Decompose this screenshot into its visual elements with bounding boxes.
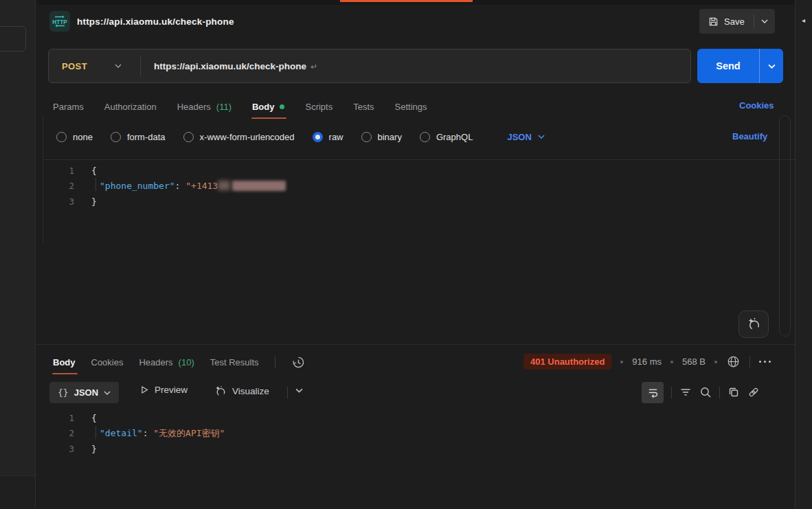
response-tab-cookies[interactable]: Cookies — [91, 357, 124, 367]
json-key: "detail" — [100, 428, 143, 438]
mode-graphql[interactable]: GraphQL — [420, 132, 473, 142]
enter-hint: ↵ — [311, 62, 317, 71]
response-tabs: Body Cookies Headers(10) Test Results — [53, 347, 306, 377]
response-format-select[interactable]: {} JSON — [49, 382, 119, 403]
request-title: https://api.xiaomu.uk/check-phone — [77, 16, 234, 27]
tools-divider — [719, 387, 720, 398]
code-line: 2 "phone_number": "+1413 — [43, 179, 736, 194]
send-options-chevron-icon[interactable] — [760, 49, 783, 83]
link-icon[interactable] — [747, 386, 760, 398]
tab-headers[interactable]: Headers(11) — [177, 102, 232, 112]
tab-scripts[interactable]: Scripts — [305, 102, 332, 112]
response-size[interactable]: 568 B — [682, 357, 706, 367]
method-select[interactable]: POST — [62, 61, 87, 71]
radio-graphql[interactable] — [420, 132, 430, 142]
response-tab-body[interactable]: Body — [53, 357, 76, 367]
wrap-text-button[interactable] — [642, 382, 664, 403]
json-value: "无效的API密钥" — [153, 428, 225, 438]
filter-icon[interactable] — [679, 386, 692, 398]
language-select[interactable]: JSON — [507, 132, 544, 142]
response-tab-test-results[interactable]: Test Results — [210, 357, 259, 367]
radio-form-data[interactable] — [111, 132, 121, 142]
code-line: 2 "detail": "无效的API密钥" — [43, 426, 736, 442]
radio-urlencoded[interactable] — [183, 132, 194, 142]
right-sidebar: ◂ — [795, 0, 812, 509]
more-options-icon[interactable] — [759, 361, 771, 363]
mode-raw[interactable]: raw — [313, 132, 343, 142]
headers-count-badge: (11) — [216, 102, 232, 112]
indent-guide — [95, 178, 96, 191]
tab-tests[interactable]: Tests — [353, 102, 374, 112]
editor-scrollbar[interactable] — [779, 115, 791, 337]
visualize-button[interactable]: Visualize — [214, 385, 269, 398]
postbot-button[interactable] — [738, 310, 769, 338]
format-chevron-icon — [104, 391, 111, 395]
meta-divider — [749, 356, 750, 367]
code-line: 1 { — [43, 410, 736, 426]
method-chevron-icon[interactable] — [115, 64, 122, 68]
save-button[interactable]: Save — [699, 9, 775, 34]
toolbar-chevron-icon[interactable] — [295, 388, 303, 393]
line-number: 2 — [43, 181, 74, 191]
code-line: 3 } — [43, 441, 736, 457]
mode-none[interactable]: none — [56, 132, 93, 142]
search-icon[interactable] — [699, 386, 712, 398]
active-tab-accent — [340, 0, 473, 2]
tab-params[interactable]: Params — [53, 102, 84, 112]
play-icon — [139, 385, 149, 395]
collapse-panel-icon[interactable]: ◂ — [802, 16, 805, 24]
redacted-phone-digits — [218, 181, 230, 190]
save-label: Save — [724, 16, 745, 27]
body-mode-row: none form-data x-www-form-urlencoded raw… — [56, 127, 545, 146]
response-tab-headers[interactable]: Headers(10) — [139, 357, 194, 367]
response-body-viewer[interactable]: 1 { 2 "detail": "无效的API密钥" 3 } — [43, 410, 736, 457]
response-history-icon[interactable] — [291, 355, 306, 370]
mode-form-data[interactable]: form-data — [111, 132, 166, 142]
request-tabs: Params Authorization Headers(11) Body Sc… — [53, 93, 427, 120]
line-number: 1 — [43, 166, 74, 176]
visualize-sparkle-icon — [214, 385, 227, 398]
url-input[interactable]: https://api.xiaomu.uk/check-phone↵ — [154, 61, 317, 71]
tab-authorization[interactable]: Authorization — [104, 102, 157, 112]
request-body-editor[interactable]: 1 { 2 "phone_number": "+1413 3 } — [43, 163, 736, 210]
response-time[interactable]: 916 ms — [632, 357, 662, 367]
postbot-sparkle-icon — [746, 317, 761, 332]
tools-divider — [671, 387, 672, 398]
url-bar: POST https://api.xiaomu.uk/check-phone↵ — [48, 49, 691, 83]
status-badge[interactable]: 401 Unauthorized — [523, 354, 611, 370]
save-options-chevron-icon[interactable] — [754, 9, 775, 34]
cookies-link[interactable]: Cookies — [739, 100, 774, 111]
radio-raw-selected[interactable] — [313, 132, 323, 142]
indent-guide — [95, 426, 96, 439]
language-chevron-icon — [538, 135, 545, 139]
sidebar-collection-stub[interactable] — [0, 26, 26, 52]
network-globe-icon[interactable] — [726, 354, 741, 369]
send-button[interactable]: Send — [697, 49, 783, 83]
beautify-link[interactable]: Beautify — [732, 131, 767, 142]
json-key: "phone_number" — [100, 181, 175, 191]
mode-binary[interactable]: binary — [361, 132, 402, 142]
dot-separator — [670, 361, 673, 363]
tabs-divider — [275, 357, 275, 368]
url-divider — [140, 56, 141, 77]
app-window: ◂ HTTP https://api.xiaomu.uk/check-phone… — [0, 0, 812, 509]
send-label: Send — [697, 49, 759, 83]
line-number: 3 — [43, 196, 74, 207]
dot-separator — [620, 361, 623, 363]
left-sidebar — [0, 0, 36, 509]
preview-button[interactable]: Preview — [139, 385, 188, 395]
response-meta: 401 Unauthorized 916 ms 568 B — [523, 352, 771, 371]
tab-body[interactable]: Body — [252, 102, 285, 112]
radio-none[interactable] — [56, 132, 67, 142]
line-number: 2 — [43, 428, 74, 438]
radio-binary[interactable] — [361, 132, 372, 142]
code-line: 3 } — [43, 194, 736, 210]
dot-separator — [714, 361, 717, 363]
sidebar-footer — [0, 475, 35, 509]
line-number: 3 — [43, 444, 74, 454]
braces-icon: {} — [58, 387, 69, 398]
copy-icon[interactable] — [728, 386, 740, 398]
code-line: 1 { — [43, 163, 736, 179]
mode-urlencoded[interactable]: x-www-form-urlencoded — [183, 132, 295, 142]
tab-settings[interactable]: Settings — [395, 102, 427, 112]
